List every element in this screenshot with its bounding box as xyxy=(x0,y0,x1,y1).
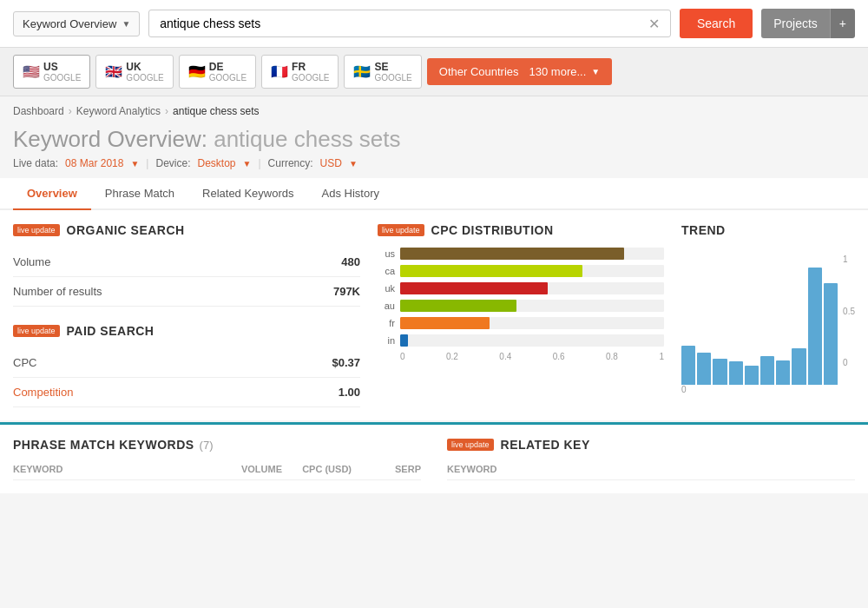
us-flag-icon: 🇺🇸 xyxy=(23,63,40,80)
results-label: Number of results xyxy=(13,285,102,298)
live-update-badge: live update xyxy=(13,224,60,236)
bottom-section: PHRASE MATCH KEYWORDS (7) Keyword Volume… xyxy=(0,422,868,493)
country-de[interactable]: 🇩🇪 DE GOOGLE xyxy=(179,55,256,89)
paid-section-title: PAID SEARCH xyxy=(67,324,155,338)
competition-label: Competition xyxy=(13,386,73,399)
metric-competition: Competition 1.00 xyxy=(13,378,360,407)
trend-bar xyxy=(776,360,790,386)
paid-section-header: live update PAID SEARCH xyxy=(13,324,360,338)
tab-phrase-match[interactable]: Phrase Match xyxy=(91,178,188,210)
tabs-bar: Overview Phrase Match Related Keywords A… xyxy=(0,178,868,210)
page-title-prefix: Keyword Overview: xyxy=(13,126,214,152)
cpc-bar-row: us xyxy=(378,248,664,260)
live-data-label: Live data: xyxy=(13,157,58,169)
phrase-match-table-header: Keyword Volume CPC (USD) SERP xyxy=(13,459,421,480)
cpc-bar-wrap xyxy=(400,317,664,329)
breadcrumb-keyword-analytics[interactable]: Keyword Analytics xyxy=(76,105,161,117)
clear-icon[interactable]: ✕ xyxy=(645,16,663,32)
cpc-bar xyxy=(400,265,582,277)
dropdown-label: Keyword Overview xyxy=(23,17,116,30)
bottom-columns: PHRASE MATCH KEYWORDS (7) Keyword Volume… xyxy=(13,438,855,480)
keyword-overview-dropdown[interactable]: Keyword Overview ▼ xyxy=(13,11,140,36)
cpc-bar-row: fr xyxy=(378,317,664,329)
cpc-bar-wrap xyxy=(400,248,664,260)
paid-section: live update PAID SEARCH CPC $0.37 Compet… xyxy=(13,324,360,407)
related-col-keyword-header: Keyword xyxy=(447,464,855,474)
related-keywords-header: live update RELATED KEY xyxy=(447,438,855,452)
currency-value[interactable]: USD xyxy=(320,157,342,169)
projects-button[interactable]: Projects xyxy=(761,9,830,38)
trend-bar xyxy=(681,346,695,385)
cpc-bar xyxy=(400,300,516,312)
page-title-section: Keyword Overview: antique chess sets Liv… xyxy=(0,122,868,178)
trend-x-axis: 0 xyxy=(681,385,838,394)
chevron-down-icon: ▼ xyxy=(122,19,130,29)
country-uk[interactable]: 🇬🇧 UK GOOGLE xyxy=(95,55,173,89)
tab-related-keywords[interactable]: Related Keywords xyxy=(188,178,308,210)
uk-flag-icon: 🇬🇧 xyxy=(105,63,122,80)
cpc-bar-label: uk xyxy=(378,283,395,294)
meta-row: Live data: 08 Mar 2018 ▼ | Device: Deskt… xyxy=(13,157,855,169)
left-column: live update ORGANIC SEARCH Volume 480 Nu… xyxy=(13,223,360,407)
breadcrumb: Dashboard › Keyword Analytics › antique … xyxy=(0,96,868,122)
cpc-bar-wrap xyxy=(400,265,664,277)
cpc-bar-label: us xyxy=(378,248,395,259)
paid-live-badge: live update xyxy=(13,325,60,337)
search-button[interactable]: Search xyxy=(680,9,753,38)
search-input[interactable] xyxy=(156,10,645,36)
cpc-bar xyxy=(400,282,548,294)
volume-value: 480 xyxy=(341,255,360,268)
projects-group: Projects + xyxy=(761,9,855,38)
country-us[interactable]: 🇺🇸 US GOOGLE xyxy=(13,55,90,89)
phrase-match-section: PHRASE MATCH KEYWORDS (7) Keyword Volume… xyxy=(13,438,421,480)
country-fr[interactable]: 🇫🇷 FR GOOGLE xyxy=(261,55,339,89)
col-serp-header: SERP xyxy=(352,464,421,474)
projects-plus-button[interactable]: + xyxy=(830,9,855,38)
breadcrumb-dashboard[interactable]: Dashboard xyxy=(13,105,64,117)
data-columns: live update ORGANIC SEARCH Volume 480 Nu… xyxy=(13,223,855,407)
cpc-bar-label: fr xyxy=(378,318,395,328)
breadcrumb-sep1: › xyxy=(69,105,72,117)
cpc-bar xyxy=(400,317,490,329)
trend-bar xyxy=(792,348,806,385)
col-keyword-header: Keyword xyxy=(13,464,213,474)
cpc-bar-wrap xyxy=(400,334,664,347)
breadcrumb-sep2: › xyxy=(165,105,168,117)
cpc-chart: us ca uk au fr in xyxy=(378,248,664,347)
cpc-bar xyxy=(400,334,408,347)
col-volume-header: Volume xyxy=(213,464,282,474)
trend-bar xyxy=(697,353,711,386)
organic-section-header: live update ORGANIC SEARCH xyxy=(13,223,360,237)
cpc-label: CPC xyxy=(13,356,36,369)
phrase-match-count: (7) xyxy=(200,439,214,452)
country-bar: 🇺🇸 US GOOGLE 🇬🇧 UK GOOGLE 🇩🇪 DE GOOGLE 🇫… xyxy=(0,48,868,96)
device-value[interactable]: Desktop xyxy=(197,157,235,169)
col-cpc-header: CPC (USD) xyxy=(282,464,352,474)
cpc-bar-wrap xyxy=(400,300,664,312)
tab-overview[interactable]: Overview xyxy=(13,178,91,210)
tab-ads-history[interactable]: Ads History xyxy=(308,178,393,210)
trend-column: TREND 1 0.5 0 0 xyxy=(681,223,855,407)
volume-label: Volume xyxy=(13,255,50,268)
trend-bar xyxy=(729,361,743,385)
cpc-bar-row: uk xyxy=(378,282,664,294)
live-data-date[interactable]: 08 Mar 2018 xyxy=(65,157,123,169)
cpc-bar-row: au xyxy=(378,300,664,312)
trend-section-title: TREND xyxy=(681,223,855,237)
cpc-value: $0.37 xyxy=(332,356,360,369)
related-live-badge: live update xyxy=(447,439,494,451)
cpc-bar-row: ca xyxy=(378,265,664,277)
trend-bar xyxy=(808,268,822,385)
search-box: ✕ xyxy=(148,10,671,37)
other-countries-button[interactable]: Other Countries 130 more... ▼ xyxy=(427,58,612,85)
other-countries-more: 130 more... xyxy=(529,65,587,78)
organic-section-title: ORGANIC SEARCH xyxy=(67,223,185,237)
cpc-bar xyxy=(400,248,624,260)
page-title-keyword: antique chess sets xyxy=(214,126,400,152)
chevron-down-icon: ▼ xyxy=(130,159,139,169)
related-keywords-title: RELATED KEY xyxy=(501,438,590,452)
competition-value: 1.00 xyxy=(339,386,360,399)
cpc-live-badge: live update xyxy=(378,224,424,236)
country-se[interactable]: 🇸🇪 SE GOOGLE xyxy=(344,55,421,89)
device-label: Device: xyxy=(155,157,190,169)
